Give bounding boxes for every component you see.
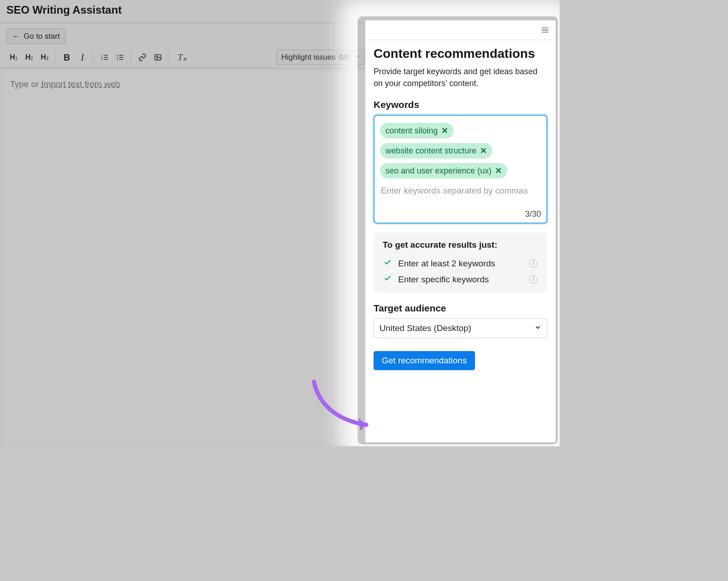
unordered-list-button[interactable]: [113, 50, 127, 65]
svg-point-11: [117, 59, 118, 60]
tip-text: Enter at least 2 keywords: [398, 259, 495, 269]
heading2-button[interactable]: H2: [22, 50, 36, 65]
heading3-button[interactable]: H3: [37, 50, 52, 65]
import-from-web-link[interactable]: Import text from web: [41, 79, 120, 89]
keyword-chip: content siloing ✕: [380, 123, 454, 138]
editor-placeholder: Type or Import text from web: [10, 79, 120, 89]
svg-point-13: [156, 56, 157, 57]
recommendations-panel: Content recommendations Provide target k…: [365, 20, 556, 443]
clear-formatting-button[interactable]: T✕: [173, 50, 187, 65]
target-audience-select[interactable]: United States (Desktop): [374, 318, 547, 338]
close-icon[interactable]: ✕: [480, 146, 487, 156]
check-icon: [384, 274, 392, 285]
keyword-chip: website content structure ✕: [380, 143, 492, 158]
panel-header: [365, 20, 556, 40]
tips-box: To get accurate results just: Enter at l…: [374, 233, 547, 293]
arrow-left-icon: ←: [12, 32, 20, 41]
info-icon[interactable]: i: [529, 260, 537, 268]
svg-point-10: [117, 57, 118, 58]
chip-label: seo and user experience (ux): [385, 166, 491, 176]
tip-row: Enter specific keywords i: [383, 271, 538, 287]
check-icon: [384, 258, 392, 269]
hamburger-icon[interactable]: [539, 24, 551, 36]
image-button[interactable]: [151, 50, 165, 65]
tips-title: To get accurate results just:: [383, 240, 538, 250]
svg-point-9: [117, 55, 118, 56]
audience-value: United States (Desktop): [379, 323, 471, 333]
go-to-start-button[interactable]: ← Go to start: [6, 29, 66, 44]
keyword-count: 3/30: [380, 198, 541, 219]
panel-description: Provide target keywords and get ideas ba…: [374, 66, 547, 89]
svg-text:3: 3: [101, 58, 103, 61]
close-icon[interactable]: ✕: [441, 126, 448, 136]
keywords-input[interactable]: [380, 181, 541, 198]
panel-title: Content recommendations: [374, 46, 547, 61]
audience-heading: Target audience: [374, 303, 547, 314]
tip-row: Enter at least 2 keywords i: [383, 255, 538, 271]
keywords-heading: Keywords: [374, 99, 547, 110]
italic-button[interactable]: I: [75, 50, 90, 65]
ordered-list-button[interactable]: 123: [97, 50, 112, 65]
chevron-down-icon: [534, 323, 541, 333]
highlight-issues-dropdown[interactable]: Highlight issues 0/0: [276, 50, 365, 65]
highlight-count: 0/0: [339, 53, 350, 62]
link-button[interactable]: [135, 50, 150, 65]
chip-label: content siloing: [385, 126, 438, 136]
get-recommendations-button[interactable]: Get recommendations: [374, 351, 475, 370]
info-icon[interactable]: i: [529, 275, 537, 284]
chip-label: website content structure: [385, 146, 476, 156]
highlight-label: Highlight issues: [281, 53, 335, 62]
go-to-start-label: Go to start: [24, 32, 60, 41]
keyword-chip: seo and user experience (ux) ✕: [380, 163, 507, 178]
bold-button[interactable]: B: [60, 50, 74, 65]
close-icon[interactable]: ✕: [495, 166, 502, 176]
cta-label: Get recommendations: [382, 356, 467, 365]
keywords-input-box[interactable]: content siloing ✕ website content struct…: [374, 115, 547, 224]
heading1-button[interactable]: H1: [6, 50, 21, 65]
tip-text: Enter specific keywords: [398, 275, 489, 285]
